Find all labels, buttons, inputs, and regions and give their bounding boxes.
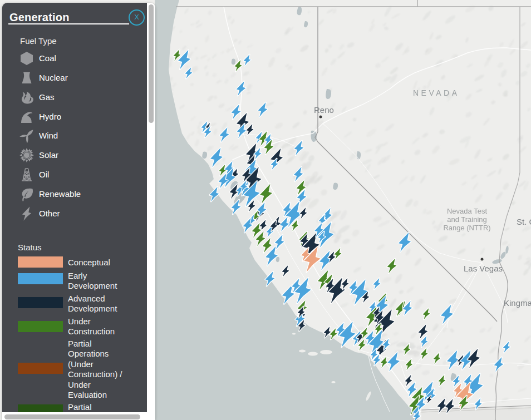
svg-text:Reno: Reno	[314, 105, 334, 115]
svg-text:Las Vegas: Las Vegas	[464, 264, 503, 273]
svg-text:Range (NTTR): Range (NTTR)	[443, 224, 490, 232]
svg-text:Nevada Test: Nevada Test	[447, 207, 487, 215]
svg-text:NEVADA: NEVADA	[413, 88, 460, 97]
svg-text:St. George: St. George	[517, 217, 531, 226]
svg-text:and Training: and Training	[447, 215, 487, 224]
svg-text:Kingman: Kingman	[504, 298, 531, 308]
